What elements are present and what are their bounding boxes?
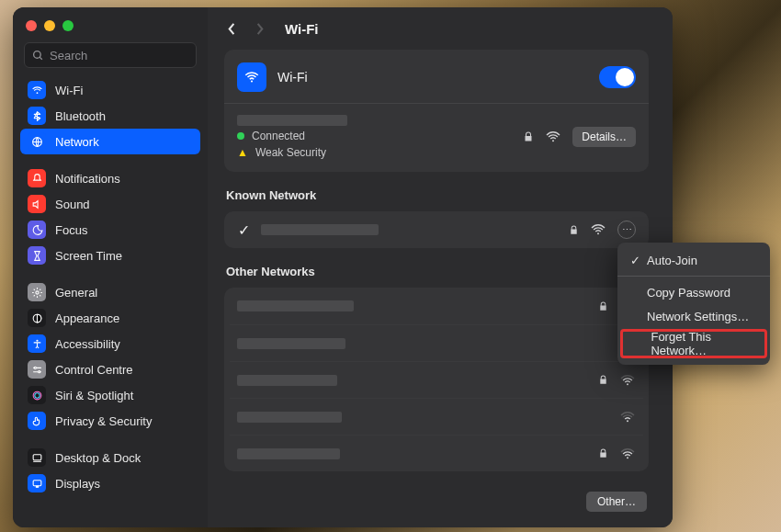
sidebar-item-appearance[interactable]: Appearance — [20, 305, 200, 331]
sidebar-item-wi-fi[interactable]: Wi-Fi — [20, 77, 200, 103]
current-network-name-redacted — [237, 115, 347, 126]
sidebar-item-label: Desktop & Dock — [55, 451, 141, 465]
sidebar-item-focus[interactable]: Focus — [20, 217, 200, 243]
sidebar-item-label: Sound — [55, 198, 90, 211]
sidebar: Wi-FiBluetoothNetworkNotificationsSoundF… — [13, 7, 208, 527]
svg-point-2 — [36, 92, 38, 94]
svg-point-21 — [627, 457, 628, 458]
sidebar-item-label: Siri & Spotlight — [55, 389, 133, 402]
sidebar-item-label: Focus — [55, 223, 87, 237]
zoom-window-button[interactable] — [62, 20, 74, 31]
nav-forward-button[interactable] — [248, 17, 270, 40]
network-name-redacted — [237, 375, 337, 386]
svg-point-6 — [36, 339, 38, 341]
wifi-status-card: Wi-Fi Connected ▲ Weak Security — [224, 50, 649, 172]
checkmark-icon: ✓ — [237, 221, 250, 239]
control-icon — [28, 360, 46, 379]
sidebar-item-label: Appearance — [55, 311, 119, 325]
sidebar-item-label: General — [55, 286, 97, 300]
minimize-window-button[interactable] — [44, 20, 55, 31]
speaker-icon — [28, 195, 46, 213]
context-menu-item[interactable]: ✓Auto-Join — [617, 248, 770, 272]
close-window-button[interactable] — [26, 20, 37, 31]
settings-window: Wi-FiBluetoothNetworkNotificationsSoundF… — [13, 7, 673, 527]
other-network-row[interactable] — [230, 398, 643, 435]
sidebar-item-label: Displays — [55, 477, 100, 491]
bell-icon — [28, 169, 46, 187]
sidebar-item-label: Notifications — [55, 172, 120, 186]
network-name-redacted — [237, 448, 340, 459]
sidebar-item-network[interactable]: Network — [20, 129, 200, 154]
sidebar-item-screen-time[interactable]: Screen Time — [20, 243, 200, 268]
wifi-strength-icon — [590, 223, 606, 236]
network-name-redacted — [237, 412, 342, 423]
search-icon — [32, 50, 50, 62]
svg-point-16 — [597, 232, 599, 234]
context-menu-label: Network Settings… — [647, 310, 749, 323]
titlebar: Wi-Fi — [208, 7, 673, 50]
status-warning-label: Weak Security — [255, 146, 326, 159]
network-more-button[interactable]: ⋯ — [617, 221, 636, 239]
access-icon — [28, 334, 46, 353]
context-menu-label: Forget This Network… — [651, 330, 752, 357]
sidebar-search[interactable] — [24, 42, 197, 68]
other-network-row[interactable] — [230, 288, 643, 324]
other-network-row[interactable] — [230, 324, 643, 361]
sidebar-item-siri-spotlight[interactable]: Siri & Spotlight — [20, 382, 200, 408]
lock-icon — [523, 130, 534, 143]
sidebar-item-label: Control Centre — [55, 363, 133, 377]
sidebar-item-label: Privacy & Security — [55, 414, 152, 428]
network-name-redacted — [237, 300, 354, 311]
svg-point-0 — [34, 51, 41, 58]
other-network-row[interactable] — [230, 361, 643, 398]
svg-point-19 — [627, 383, 628, 385]
svg-rect-12 — [33, 480, 41, 485]
svg-point-8 — [38, 370, 40, 372]
content-scroll: Wi-Fi Connected ▲ Weak Security — [208, 50, 673, 527]
sidebar-item-notifications[interactable]: Notifications — [20, 165, 200, 191]
sidebar-item-desktop-dock[interactable]: Desktop & Dock — [20, 445, 200, 470]
other-networks-heading: Other Networks — [226, 265, 647, 278]
context-menu-item[interactable]: Copy Password — [617, 280, 770, 304]
globe-icon — [28, 132, 46, 151]
known-network-row[interactable]: ✓⋯ — [230, 211, 643, 248]
sidebar-item-accessibility[interactable]: Accessibility — [20, 331, 200, 357]
wifi-strength-icon — [619, 411, 636, 424]
wifi-toggle[interactable] — [599, 66, 636, 88]
sidebar-item-bluetooth[interactable]: Bluetooth — [20, 103, 200, 129]
sidebar-item-control-centre[interactable]: Control Centre — [20, 357, 200, 382]
details-button[interactable]: Details… — [572, 127, 636, 147]
other-network-button[interactable]: Other… — [586, 492, 647, 512]
context-menu-item[interactable]: Network Settings… — [617, 304, 770, 328]
svg-point-10 — [34, 392, 39, 397]
gear-icon — [28, 283, 46, 301]
checkmark-icon: ✓ — [630, 254, 640, 267]
wifi-card-title: Wi-Fi — [277, 70, 588, 85]
sidebar-item-label: Accessibility — [55, 337, 120, 351]
status-connected-label: Connected — [252, 130, 305, 142]
sidebar-item-sound[interactable]: Sound — [20, 191, 200, 217]
svg-point-7 — [34, 367, 36, 368]
wifi-strength-icon — [619, 374, 636, 387]
context-menu-item[interactable]: Forget This Network… — [623, 332, 764, 356]
sidebar-item-privacy-security[interactable]: Privacy & Security — [20, 408, 200, 434]
other-network-row[interactable] — [230, 435, 643, 471]
wifi-strength-icon — [545, 130, 561, 143]
bt-icon — [28, 107, 46, 125]
svg-point-15 — [552, 140, 554, 141]
siri-icon — [28, 386, 46, 404]
search-input[interactable] — [50, 49, 204, 62]
svg-point-4 — [35, 290, 38, 293]
display-icon — [28, 474, 46, 492]
context-menu-label: Copy Password — [647, 286, 730, 300]
other-network-list — [224, 288, 649, 471]
sidebar-item-general[interactable]: General — [20, 279, 200, 305]
sidebar-list: Wi-FiBluetoothNetworkNotificationsSoundF… — [13, 77, 208, 504]
sidebar-item-displays[interactable]: Displays — [20, 470, 200, 496]
lock-icon — [569, 224, 579, 236]
svg-point-14 — [251, 80, 253, 82]
window-controls — [13, 17, 208, 42]
moon-icon — [28, 221, 46, 239]
wifi-icon — [28, 81, 46, 99]
nav-back-button[interactable] — [221, 17, 243, 40]
